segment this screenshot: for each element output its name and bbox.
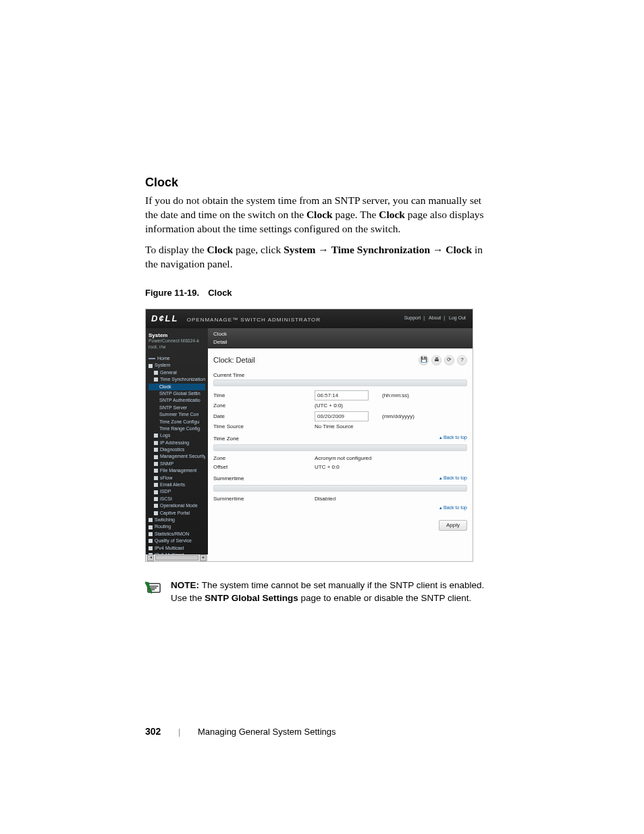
nav-tree-item[interactable]: SNTP Global Settin [149, 390, 205, 397]
nav-tree-item[interactable]: IP Addressing [149, 440, 205, 446]
nav-tree-item[interactable]: Switching [149, 517, 205, 523]
paragraph-2: To display the Clock page, click System … [145, 243, 495, 271]
app-topbar: D¢LL OPENMANAGE™ SWITCH ADMINISTRATOR Su… [146, 309, 473, 328]
text: page. The [333, 209, 379, 220]
apply-button[interactable]: Apply [439, 520, 467, 531]
nav-tree[interactable]: HomeSystemGeneralTime SynchronizationClo… [149, 355, 205, 558]
nav-tree-item[interactable]: Summer Time Con [149, 411, 205, 418]
nav-tree-item[interactable]: Time Zone Configu [149, 419, 205, 425]
scroll-right-icon[interactable]: ▸ [200, 554, 207, 561]
nav-tree-item[interactable]: Clock [149, 384, 205, 390]
text-bold: Clock [207, 244, 233, 255]
text-bold: Clock [446, 244, 472, 255]
nav-tree-item[interactable]: Routing [149, 523, 205, 530]
app-title: OPENMANAGE™ SWITCH ADMINISTRATOR [187, 317, 321, 323]
back-to-top-link[interactable]: Back to top [439, 435, 467, 440]
refresh-icon[interactable]: ⟳ [444, 355, 454, 365]
nav-tree-item[interactable]: Statistics/RMON [149, 531, 205, 538]
page-title: Clock: Detail [213, 356, 255, 365]
nav-tree-item[interactable]: Captive Portal [149, 510, 205, 517]
section-heading: Clock [145, 176, 495, 190]
link-support[interactable]: Support [403, 315, 423, 320]
nav-tree-item[interactable]: Logs [149, 432, 205, 439]
section-divider [213, 380, 467, 386]
note-label: NOTE: [171, 580, 202, 590]
nav-tree-item[interactable]: Diagnostics [149, 446, 205, 453]
system-title: System [149, 332, 205, 339]
nav-tree-item[interactable]: Time Synchronization [149, 376, 205, 383]
main-content: Clock Detail Clock: Detail 💾 🖶 ⟳ ? Curre… [208, 328, 473, 562]
nav-tree-item[interactable]: Operational Mode [149, 502, 205, 509]
section-divider [213, 485, 467, 492]
breadcrumb: Clock Detail [208, 328, 473, 348]
nav-tree-item[interactable]: Management Security [149, 453, 205, 460]
text: To display the [145, 244, 207, 255]
field-label: Date [213, 413, 308, 420]
save-icon[interactable]: 💾 [419, 355, 429, 365]
text-bold: Clock [379, 209, 405, 220]
note-block: NOTE: The system time cannot be set manu… [145, 579, 495, 604]
nav-tree-item[interactable]: Email Alerts [149, 481, 205, 488]
sidebar-scrollbar[interactable]: ◂ ▸ [146, 554, 208, 561]
note-text: NOTE: The system time cannot be set manu… [171, 579, 495, 604]
section-summertime: Summertime [213, 475, 244, 482]
text: page, click [233, 244, 284, 255]
link-logout[interactable]: Log Out [448, 315, 467, 320]
field-hint: (mm/dd/yyyy) [382, 413, 467, 420]
toolbar: 💾 🖶 ⟳ ? [419, 355, 467, 365]
nav-tree-item[interactable]: SNTP Server [149, 405, 205, 411]
text-bold: SNTP Global Settings [205, 593, 298, 603]
text-bold: Clock [306, 209, 333, 220]
footer-divider: | [178, 727, 180, 737]
field-label: Summertime [213, 496, 308, 502]
nav-tree-item[interactable]: Quality of Service [149, 538, 205, 544]
time-zone-grid: ZoneAcronym not configuredOffsetUTC + 0:… [213, 455, 467, 470]
text: → [315, 244, 331, 255]
nav-tree-item[interactable]: SNTP Authenticatio [149, 397, 205, 404]
paragraph-1: If you do not obtain the system time fro… [145, 194, 495, 236]
text-bold: System [284, 244, 315, 255]
breadcrumb-sub: Detail [213, 339, 467, 346]
nav-tree-item[interactable]: sFlow [149, 475, 205, 481]
footer-title: Managing General System Settings [198, 727, 336, 737]
field-value: UTC + 0:0 [315, 464, 375, 471]
page-footer: 302 | Managing General System Settings [145, 726, 495, 737]
topbar-links: Support| About| Log Out [403, 315, 467, 321]
dell-logo: D¢LL [151, 313, 179, 323]
summertime-grid: SummertimeDisabled [213, 496, 467, 502]
text: page to enable or disable the SNTP clien… [298, 593, 471, 603]
nav-tree-item[interactable]: File Management [149, 467, 205, 474]
field-label: Time Source [213, 423, 308, 430]
field-label: Zone [213, 455, 308, 462]
print-icon[interactable]: 🖶 [431, 355, 441, 365]
text: → [430, 244, 446, 255]
back-to-top-link[interactable]: Back to top [439, 475, 467, 481]
page-number: 302 [145, 726, 161, 737]
section-divider [213, 444, 467, 451]
nav-tree-item[interactable]: System [149, 362, 205, 369]
nav-tree-item[interactable]: General [149, 369, 205, 376]
nav-sidebar: System PowerConnect M8024-k root, r/w Ho… [146, 328, 208, 562]
nav-tree-item[interactable]: iSCSI [149, 496, 205, 502]
text-input[interactable]: 06:57:14 [315, 390, 369, 400]
help-icon[interactable]: ? [457, 355, 467, 365]
field-hint: (hh:mm:ss) [382, 392, 467, 399]
nav-tree-item[interactable]: SNMP [149, 461, 205, 467]
section-current-time: Current Time [213, 372, 467, 379]
field-label: Zone [213, 402, 308, 409]
nav-tree-item[interactable]: IPv4 Multicast [149, 545, 205, 552]
field-value: Disabled [315, 496, 375, 502]
screenshot-clock-page: D¢LL OPENMANAGE™ SWITCH ADMINISTRATOR Su… [145, 309, 473, 563]
link-about[interactable]: About [427, 315, 442, 320]
nav-tree-item[interactable]: Time Range Config [149, 425, 205, 432]
section-time-zone: Time Zone [213, 436, 239, 442]
text-input[interactable]: 08/20/2009 [315, 411, 369, 421]
nav-tree-item[interactable]: ISDP [149, 488, 205, 495]
current-time-grid: Time06:57:14(hh:mm:ss)Zone(UTC + 0:0)Dat… [213, 390, 467, 429]
scroll-left-icon[interactable]: ◂ [147, 554, 154, 561]
nav-tree-item[interactable]: Home [149, 355, 205, 362]
field-value: (UTC + 0:0) [315, 402, 375, 409]
back-to-top-link[interactable]: Back to top [213, 505, 467, 511]
scroll-thumb[interactable] [155, 555, 198, 561]
breadcrumb-top: Clock [213, 331, 467, 338]
